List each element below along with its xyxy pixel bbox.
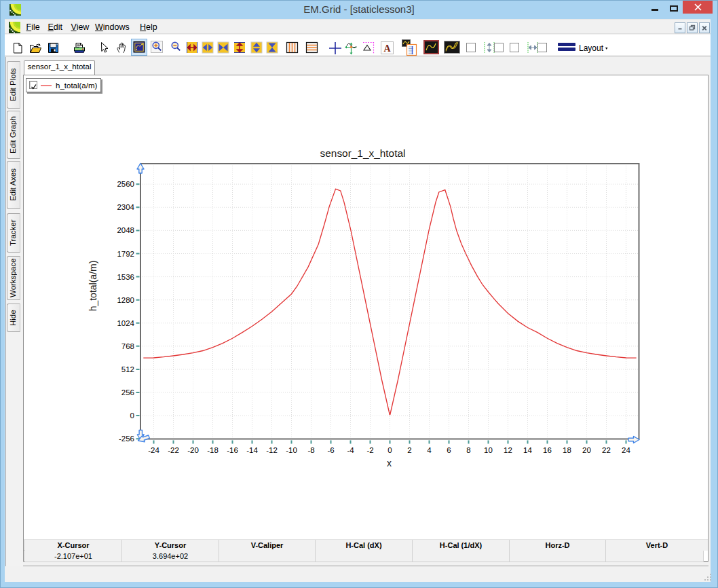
svg-text:12: 12 xyxy=(504,446,512,454)
svg-text:-6: -6 xyxy=(327,446,334,454)
svg-text:2560: 2560 xyxy=(117,180,134,188)
svg-text:512: 512 xyxy=(121,365,134,373)
svg-text:-8: -8 xyxy=(307,446,314,454)
svg-text:-16: -16 xyxy=(227,446,238,454)
svg-text:-14: -14 xyxy=(246,446,258,454)
svg-text:-2: -2 xyxy=(366,446,373,454)
svg-text:A: A xyxy=(383,43,391,54)
svg-text:2304: 2304 xyxy=(117,203,134,211)
svg-text:-10: -10 xyxy=(286,446,297,454)
svg-text:-22: -22 xyxy=(168,446,179,454)
svg-text:1792: 1792 xyxy=(117,250,134,258)
svg-text:2: 2 xyxy=(407,446,411,454)
svg-text:h_total(a/m): h_total(a/m) xyxy=(88,261,98,312)
svg-text:-4: -4 xyxy=(347,446,354,454)
svg-text:-12: -12 xyxy=(266,446,278,454)
svg-text:4: 4 xyxy=(427,446,432,454)
svg-text:6: 6 xyxy=(447,446,451,454)
svg-text:Layout: Layout xyxy=(579,43,604,53)
svg-text:1536: 1536 xyxy=(117,273,134,281)
svg-text:8: 8 xyxy=(466,446,470,454)
svg-text:24: 24 xyxy=(622,446,630,454)
svg-text:20: 20 xyxy=(582,446,591,454)
svg-text:x: x xyxy=(387,458,392,468)
svg-text:10: 10 xyxy=(484,446,493,454)
svg-text:768: 768 xyxy=(121,342,134,350)
svg-text:-18: -18 xyxy=(207,446,219,454)
svg-text:18: 18 xyxy=(563,446,571,454)
svg-text:0: 0 xyxy=(388,446,392,454)
svg-text:-20: -20 xyxy=(187,446,199,454)
svg-text:256: 256 xyxy=(121,388,134,397)
svg-text:sensor_1_x_htotal: sensor_1_x_htotal xyxy=(320,147,406,159)
svg-text:-24: -24 xyxy=(148,446,159,454)
svg-text:22: 22 xyxy=(602,446,611,454)
svg-text:16: 16 xyxy=(543,446,552,454)
svg-text:0: 0 xyxy=(130,411,134,420)
svg-text:1024: 1024 xyxy=(117,319,134,327)
svg-text:14: 14 xyxy=(523,446,532,454)
svg-text:-256: -256 xyxy=(119,435,134,443)
svg-text:2048: 2048 xyxy=(117,226,134,234)
svg-text:1280: 1280 xyxy=(117,296,134,304)
